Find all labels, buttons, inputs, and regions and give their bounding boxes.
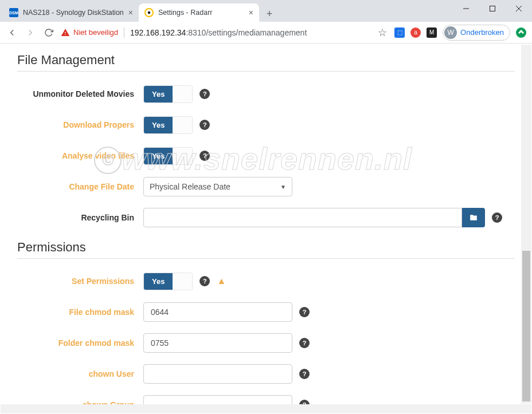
help-icon[interactable]: ? <box>200 120 210 130</box>
divider <box>124 27 124 38</box>
extension-icon[interactable]: M <box>427 27 437 38</box>
tab-title: Settings - Radarr <box>158 9 212 17</box>
browse-folder-button[interactable] <box>462 208 485 227</box>
warning-icon: ▲ <box>217 276 226 286</box>
input-recycling-bin[interactable] <box>143 208 462 227</box>
toggle-analyse-video[interactable]: Yes <box>143 147 193 165</box>
scrollbar-thumb[interactable] <box>522 251 530 401</box>
help-icon[interactable]: ? <box>200 89 210 99</box>
label-file-chmod: File chmod mask <box>17 307 143 317</box>
vertical-scrollbar[interactable] <box>521 45 531 404</box>
help-icon[interactable]: ? <box>299 369 310 379</box>
window-close-button[interactable] <box>506 0 532 17</box>
extension-icon[interactable]: ⬚ <box>394 27 405 38</box>
label-set-permissions: Set Permissions <box>17 277 143 286</box>
toggle-download-propers[interactable]: Yes <box>143 116 193 134</box>
back-button[interactable] <box>6 26 18 39</box>
security-indicator[interactable]: Niet beveiligd <box>61 28 118 37</box>
help-icon[interactable]: ? <box>492 212 502 223</box>
browser-toolbar: Niet beveiligd 192.168.192.34:8310/setti… <box>0 22 532 44</box>
radarr-favicon <box>144 8 154 17</box>
forward-button[interactable] <box>24 26 37 39</box>
warning-icon <box>61 28 70 37</box>
toggle-set-permissions[interactable]: Yes <box>143 273 193 290</box>
help-icon[interactable]: ? <box>299 338 310 348</box>
label-folder-chmod: Folder chmod mask <box>17 338 143 348</box>
label-chown-user: chown User <box>17 369 143 378</box>
input-chown-group[interactable] <box>143 395 292 405</box>
divider <box>17 258 515 259</box>
browser-tab-nas218[interactable]: DSM NAS218 - Synology DiskStation × <box>3 3 139 22</box>
folder-icon <box>468 214 479 222</box>
extension-icon[interactable]: a <box>410 27 421 38</box>
help-icon[interactable]: ? <box>200 276 210 286</box>
label-recycling-bin: Recycling Bin <box>17 213 143 222</box>
extension-icon[interactable] <box>516 27 526 38</box>
close-icon[interactable]: × <box>128 9 133 17</box>
avatar: W <box>444 26 457 39</box>
help-icon[interactable]: ? <box>299 307 310 317</box>
window-minimize-button[interactable] <box>453 0 479 17</box>
close-icon[interactable]: × <box>249 9 253 17</box>
horizontal-scrollbar[interactable] <box>1 404 522 413</box>
section-heading-permissions: Permissions <box>17 240 515 255</box>
input-chown-user[interactable] <box>143 364 292 384</box>
profile-chip[interactable]: W Onderbroken <box>443 25 510 41</box>
page-content: File Management Unmonitor Deleted Movies… <box>0 44 532 405</box>
divider <box>17 71 515 72</box>
scrollbar-corner <box>521 404 531 413</box>
new-tab-button[interactable]: + <box>261 6 277 22</box>
reload-button[interactable] <box>42 26 55 39</box>
label-analyse-video: Analyse video files <box>17 151 143 160</box>
svg-rect-1 <box>490 6 495 11</box>
section-heading-file-management: File Management <box>17 53 515 68</box>
label-unmonitor-deleted: Unmonitor Deleted Movies <box>17 89 143 98</box>
label-change-file-date: Change File Date <box>17 182 143 191</box>
toggle-unmonitor-deleted[interactable]: Yes <box>143 85 193 103</box>
input-folder-chmod[interactable] <box>143 333 292 353</box>
chevron-down-icon: ▼ <box>280 184 286 190</box>
security-text: Niet beveiligd <box>73 28 118 37</box>
select-change-file-date[interactable]: Physical Release Date ▼ <box>143 177 292 196</box>
browser-tabstrip: DSM NAS218 - Synology DiskStation × Sett… <box>0 0 532 22</box>
address-bar[interactable]: 192.168.192.34:8310/settings/mediamanage… <box>130 28 370 37</box>
label-download-propers: Download Propers <box>17 120 143 129</box>
synology-favicon: DSM <box>9 8 18 17</box>
browser-tab-radarr[interactable]: Settings - Radarr × <box>139 3 259 22</box>
bookmark-star-button[interactable]: ☆ <box>376 26 389 39</box>
input-file-chmod[interactable] <box>143 302 292 322</box>
profile-label: Onderbroken <box>460 28 504 37</box>
tab-title: NAS218 - Synology DiskStation <box>23 9 124 17</box>
window-maximize-button[interactable] <box>479 0 506 17</box>
help-icon[interactable]: ? <box>200 151 210 161</box>
